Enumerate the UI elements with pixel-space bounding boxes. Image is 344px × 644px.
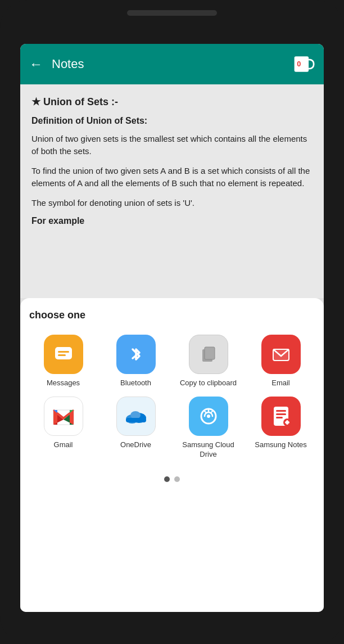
onedrive-icon-bg [116,397,156,436]
share-item-gmail[interactable]: Gmail [29,397,97,460]
onedrive-svg [124,406,148,427]
svg-rect-22 [276,417,283,418]
gmail-icon-bg [44,397,83,436]
svg-rect-16 [126,418,146,422]
share-grid: Messages Bluetooth [29,335,315,460]
email-label: Email [271,379,290,388]
samsungcloud-label: Samsung Cloud Drive [174,440,242,460]
note-body1: Union of two given sets is the smallest … [31,133,313,158]
samsungnotes-label: Samsung Notes [255,440,307,450]
bluetooth-svg [125,344,147,365]
share-item-onedrive[interactable]: OneDrive [102,397,170,460]
svg-point-15 [130,411,141,419]
messages-label: Messages [47,379,80,388]
svg-rect-4 [58,351,69,353]
clipboard-icon-bg [189,335,228,374]
note-body2: To find the union of two given sets A an… [31,165,313,190]
dot-2[interactable] [174,476,180,482]
dot-1[interactable] [164,476,170,482]
bluetooth-icon-bg [116,335,156,374]
app-bar-title: Notes [52,57,292,71]
phone-screen: ← Notes 0 ★ Union of Sets :- Definition … [20,44,324,612]
note-body3: The symbol for denoting union of sets is… [31,197,313,210]
cup-icon: 0 [292,53,315,75]
svg-text:0: 0 [297,59,301,67]
samsungcloud-svg [197,404,220,428]
email-icon-bg [261,335,301,374]
svg-rect-21 [276,413,286,415]
share-item-samsungcloud[interactable]: Samsung Cloud Drive [174,397,242,460]
svg-rect-7 [205,347,215,359]
phone-frame: ← Notes 0 ★ Union of Sets :- Definition … [0,0,344,644]
note-example: For example [31,216,313,226]
back-button[interactable]: ← [29,56,43,72]
svg-rect-25 [285,421,289,424]
note-subtitle: Definition of Union of Sets: [31,116,313,126]
note-content: ★ Union of Sets :- Definition of Union o… [20,84,324,298]
mug-icon: 0 [292,54,315,74]
svg-rect-2 [55,347,72,359]
svg-rect-5 [58,354,66,356]
email-svg [270,344,292,365]
phone-notch [127,10,217,16]
app-bar: ← Notes 0 [20,44,324,84]
share-sheet-title: choose one [29,309,315,321]
samsungnotes-svg [269,404,293,428]
share-item-email[interactable]: Email [247,335,315,388]
onedrive-label: OneDrive [120,440,151,450]
bluetooth-label: Bluetooth [120,379,151,388]
share-item-bluetooth[interactable]: Bluetooth [102,335,170,388]
share-item-clipboard[interactable]: Copy to clipboard [174,335,242,388]
samsungnotes-icon-bg [261,397,301,436]
samsungcloud-icon-bg [189,397,228,436]
gmail-label: Gmail [54,440,73,450]
messages-svg [53,344,74,365]
svg-point-18 [207,415,210,418]
share-sheet: choose one Messages [20,298,324,612]
clipboard-label: Copy to clipboard [180,379,237,388]
share-item-samsungnotes[interactable]: Samsung Notes [247,397,315,460]
messages-icon [44,335,83,374]
svg-rect-20 [276,410,286,412]
note-title: ★ Union of Sets :- [31,96,313,108]
share-item-messages[interactable]: Messages [29,335,97,388]
gmail-svg [52,406,75,427]
pagination-dots [29,476,315,482]
clipboard-svg [198,344,219,365]
